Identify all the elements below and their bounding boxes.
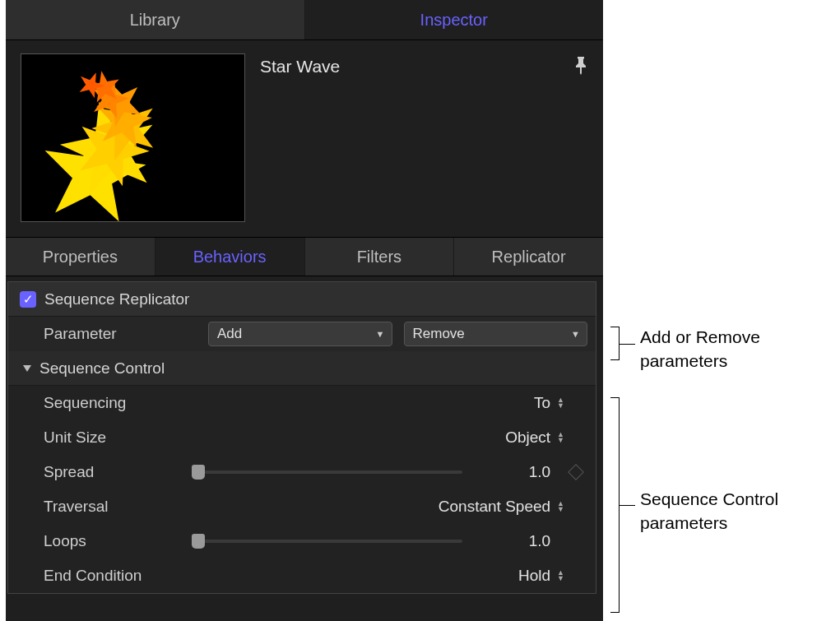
sequencing-stepper[interactable]: ▲▼	[557, 397, 564, 409]
parameter-add-label: Add	[217, 326, 242, 342]
spread-label: Spread	[44, 463, 192, 481]
top-tabs: Library Inspector	[6, 0, 603, 40]
traversal-value[interactable]: Constant Speed	[439, 498, 550, 516]
tab-inspector[interactable]: Inspector	[305, 0, 604, 39]
parameter-remove-label: Remove	[413, 326, 465, 342]
callout-sequence-control: Sequence Controlparameters	[640, 487, 778, 535]
parameter-add-popup[interactable]: Add ▼	[208, 322, 392, 346]
spread-slider[interactable]	[192, 470, 462, 474]
preview-thumbnail	[21, 53, 245, 222]
spread-slider-thumb[interactable]	[192, 465, 205, 480]
unit-size-row: Unit Size Object ▲▼	[8, 420, 596, 455]
loops-row: Loops 1.0 ▲▼	[8, 524, 596, 558]
tab-behaviors[interactable]: Behaviors	[155, 238, 305, 276]
inspector-panel: Library Inspector Star Wave	[6, 0, 603, 621]
behavior-header-row: ✓ Sequence Replicator	[8, 282, 596, 317]
sequencing-label: Sequencing	[44, 394, 192, 412]
parameter-remove-popup[interactable]: Remove ▼	[404, 322, 588, 346]
spread-row: Spread 1.0 ▲▼	[8, 455, 596, 489]
annotation-layer: Add or Removeparameters Sequence Control…	[607, 0, 838, 621]
spread-keyframe-icon[interactable]	[568, 464, 584, 480]
object-title: Star Wave	[260, 57, 340, 76]
end-condition-label: End Condition	[44, 567, 192, 585]
parameter-label: Parameter	[44, 325, 208, 343]
unit-size-stepper[interactable]: ▲▼	[557, 432, 564, 443]
end-condition-value[interactable]: Hold	[518, 567, 550, 585]
traversal-label: Traversal	[44, 498, 192, 516]
traversal-stepper[interactable]: ▲▼	[557, 501, 564, 512]
end-condition-stepper[interactable]: ▲▼	[557, 570, 564, 582]
loops-slider[interactable]	[192, 540, 462, 543]
pin-icon[interactable]	[573, 57, 588, 76]
end-condition-row: End Condition Hold ▲▼	[8, 558, 596, 593]
parameters-body: ✓ Sequence Replicator Parameter Add ▼ Re…	[7, 281, 596, 594]
spread-value[interactable]: 1.0	[529, 463, 550, 481]
loops-label: Loops	[44, 532, 192, 550]
chevron-down-icon: ▼	[571, 329, 580, 339]
tab-library[interactable]: Library	[6, 0, 305, 39]
tab-properties[interactable]: Properties	[6, 238, 155, 276]
enable-behavior-checkbox[interactable]: ✓	[20, 291, 36, 308]
sequence-control-title: Sequence Control	[39, 359, 165, 378]
sequence-control-header[interactable]: Sequence Control	[8, 351, 596, 386]
loops-value[interactable]: 1.0	[529, 532, 550, 550]
behavior-title: Sequence Replicator	[44, 290, 189, 308]
sequencing-value[interactable]: To	[534, 394, 550, 412]
unit-size-value[interactable]: Object	[505, 429, 550, 447]
tab-replicator[interactable]: Replicator	[454, 238, 603, 276]
preview-row: Star Wave	[6, 40, 603, 237]
tab-filters[interactable]: Filters	[305, 238, 455, 276]
sequencing-row: Sequencing To ▲▼	[8, 386, 596, 420]
title-area: Star Wave	[260, 53, 588, 76]
callout-add-remove: Add or Removeparameters	[640, 325, 760, 373]
traversal-row: Traversal Constant Speed ▲▼	[8, 489, 596, 524]
unit-size-label: Unit Size	[44, 429, 192, 447]
parameter-row: Parameter Add ▼ Remove ▼	[8, 317, 596, 351]
chevron-down-icon: ▼	[376, 329, 385, 339]
inspector-subtabs: Properties Behaviors Filters Replicator	[6, 237, 603, 276]
loops-slider-thumb[interactable]	[192, 534, 205, 549]
disclosure-triangle-icon[interactable]	[23, 365, 31, 372]
